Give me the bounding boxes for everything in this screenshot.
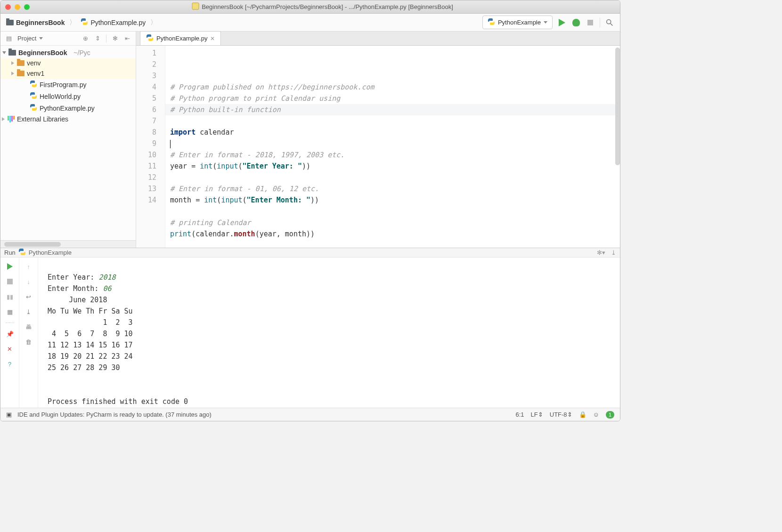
sidebar-hscroll[interactable]: [0, 240, 136, 248]
svg-line-2: [611, 23, 613, 25]
close-tab-icon[interactable]: ✕: [210, 35, 215, 42]
line-gutter: 1234567891011121314: [136, 46, 165, 248]
scroll-to-end-icon[interactable]: ⤓: [24, 307, 33, 316]
tree-file[interactable]: HelloWorld.py: [0, 90, 136, 102]
run-config-name: PythonExample: [29, 249, 72, 256]
help-icon[interactable]: ?: [6, 360, 14, 368]
locate-icon[interactable]: ⊕: [81, 35, 89, 42]
gear-icon[interactable]: ✻: [111, 35, 119, 42]
project-view-label[interactable]: Project: [17, 35, 36, 42]
rerun-button[interactable]: [6, 262, 14, 271]
python-icon: [30, 80, 37, 89]
pause-button[interactable]: ▮▮: [6, 292, 14, 301]
code-editor[interactable]: 1234567891011121314 # Program published …: [136, 46, 620, 248]
disclosure-down-icon[interactable]: [2, 51, 6, 54]
breadcrumb-project[interactable]: BeginnersBook: [6, 19, 65, 26]
stop-run-button[interactable]: [6, 277, 14, 286]
export-icon[interactable]: ⤓: [611, 249, 616, 256]
stop-button[interactable]: [586, 18, 595, 27]
hide-icon[interactable]: ⇤: [123, 35, 131, 42]
chevron-right-icon: 〉: [69, 18, 76, 27]
python-icon: [81, 18, 88, 27]
search-everywhere-button[interactable]: [605, 18, 614, 27]
debug-button[interactable]: [571, 18, 581, 27]
editor-vscroll[interactable]: [615, 48, 620, 165]
tree-external-libraries[interactable]: External Libraries: [0, 114, 136, 124]
svg-point-1: [607, 19, 611, 24]
close-window-button[interactable]: [5, 4, 11, 10]
project-tool-window: ▤ Project ⊕ ⇕ ✻ ⇤ BeginnersBook ~/Pyc: [0, 32, 136, 248]
tree-folder-venv[interactable]: venv: [0, 58, 136, 68]
run-config-selector[interactable]: PythonExample: [482, 16, 553, 29]
python-icon: [30, 104, 37, 113]
disclosure-right-icon[interactable]: [11, 61, 14, 65]
maximize-window-button[interactable]: [24, 4, 30, 10]
python-icon: [146, 34, 154, 43]
disclosure-right-icon[interactable]: [2, 117, 5, 121]
editor-tab-bar: PythonExample.py ✕: [136, 32, 620, 46]
pin-icon[interactable]: 📌: [6, 330, 14, 338]
editor-tab[interactable]: PythonExample.py ✕: [140, 31, 221, 45]
tree-root[interactable]: BeginnersBook ~/Pyc: [0, 48, 136, 58]
folder-icon: [17, 60, 24, 66]
clear-all-icon[interactable]: 🗑: [24, 338, 33, 346]
navigation-bar: BeginnersBook 〉 PythonExample.py 〉 Pytho…: [0, 14, 620, 32]
window-title: BeginnersBook [~/PycharmProjects/Beginne…: [30, 2, 615, 11]
svg-rect-0: [192, 3, 199, 9]
minimize-window-button[interactable]: [15, 4, 20, 10]
up-stack-icon[interactable]: ↑: [24, 262, 33, 271]
run-button[interactable]: [557, 18, 567, 27]
chevron-down-icon: [544, 21, 547, 24]
tree-file[interactable]: PythonExample.py: [0, 102, 136, 114]
print-icon[interactable]: 🖶: [24, 322, 33, 331]
python-icon: [30, 92, 37, 101]
down-stack-icon[interactable]: ↓: [24, 277, 33, 286]
libraries-icon: [8, 116, 15, 122]
disclosure-right-icon[interactable]: [11, 72, 14, 75]
soft-wrap-icon[interactable]: ↩: [24, 292, 33, 301]
run-tool-window: Run PythonExample ✻▾ ⤓ ▮▮ ▦ 📌 ✕ ? ↑ ↓: [0, 248, 620, 408]
title-bar: BeginnersBook [~/PycharmProjects/Beginne…: [0, 0, 620, 14]
tree-file[interactable]: FirstProgram.py: [0, 79, 136, 90]
run-label[interactable]: Run: [4, 249, 16, 256]
folder-icon: [6, 20, 14, 25]
python-icon: [488, 18, 495, 27]
chevron-right-icon: 〉: [150, 18, 157, 27]
dump-threads-icon[interactable]: ▦: [6, 307, 14, 316]
folder-icon: [8, 50, 16, 56]
folder-icon: [17, 71, 24, 76]
close-run-icon[interactable]: ✕: [6, 345, 14, 353]
console-output[interactable]: Enter Year: 2018 Enter Month: 06 June 20…: [38, 258, 620, 421]
collapse-all-icon[interactable]: ⇕: [94, 35, 101, 42]
gear-icon[interactable]: ✻▾: [597, 249, 605, 256]
python-icon: [18, 248, 26, 257]
breadcrumb-file[interactable]: PythonExample.py: [81, 18, 146, 27]
tool-window-toggle-icon[interactable]: ▣: [6, 411, 12, 418]
project-view-icon: ▤: [5, 35, 13, 42]
tree-folder-venv1[interactable]: venv1: [0, 68, 136, 79]
